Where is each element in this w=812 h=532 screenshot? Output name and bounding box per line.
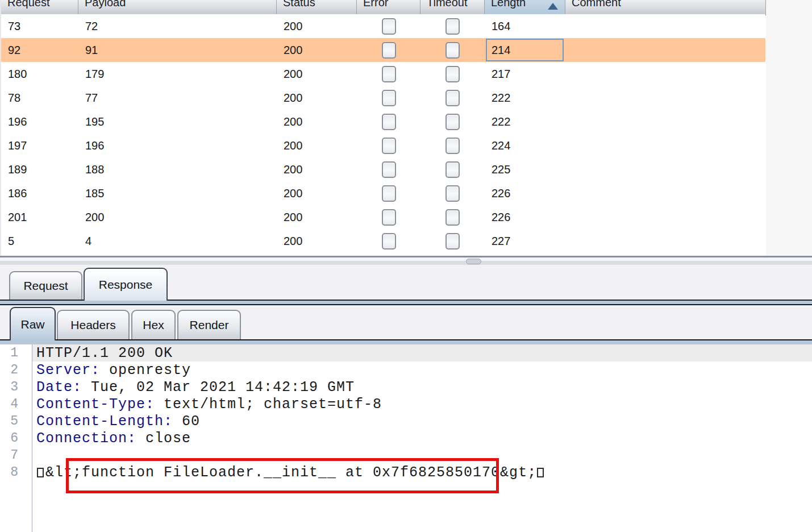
cell-request[interactable]: 201: [1, 205, 78, 229]
cell-status[interactable]: 200: [277, 157, 357, 181]
cell-comment[interactable]: [565, 110, 765, 134]
timeout-checkbox[interactable]: [445, 161, 460, 178]
cell-length[interactable]: 222: [485, 110, 565, 134]
error-checkbox[interactable]: [382, 42, 396, 59]
response-line[interactable]: 6Connection: close: [0, 430, 812, 447]
table-row[interactable]: 189188200225: [1, 157, 765, 181]
cell-request[interactable]: 196: [1, 110, 78, 134]
error-checkbox[interactable]: [382, 233, 396, 250]
column-header-payload[interactable]: Payload: [78, 0, 277, 14]
cell-status[interactable]: 200: [277, 62, 357, 86]
cell-status[interactable]: 200: [277, 14, 357, 38]
timeout-checkbox[interactable]: [445, 114, 460, 130]
timeout-checkbox[interactable]: [445, 42, 460, 59]
cell-comment[interactable]: [565, 38, 765, 62]
table-row[interactable]: 196195200222: [1, 110, 765, 134]
table-scrollbar-track[interactable]: [766, 0, 812, 256]
cell-status[interactable]: 200: [277, 229, 357, 253]
cell-request[interactable]: 186: [1, 181, 78, 205]
error-checkbox[interactable]: [382, 161, 396, 178]
response-line[interactable]: 5Content-Length: 60: [0, 413, 812, 430]
cell-payload[interactable]: 77: [78, 86, 277, 110]
table-row[interactable]: 54200227: [1, 229, 765, 253]
column-header-length[interactable]: Length: [485, 0, 565, 14]
splitter-grip[interactable]: [466, 259, 481, 264]
cell-status[interactable]: 200: [277, 86, 357, 110]
response-line[interactable]: 1HTTP/1.1 200 OK: [0, 344, 812, 361]
table-row[interactable]: 7877200222: [1, 86, 765, 110]
cell-length[interactable]: 226: [485, 181, 565, 205]
cell-request[interactable]: 189: [1, 157, 78, 181]
tab-headers[interactable]: Headers: [57, 310, 130, 339]
cell-comment[interactable]: [565, 14, 765, 38]
cell-status[interactable]: 200: [277, 205, 357, 229]
cell-request[interactable]: 73: [1, 14, 78, 38]
cell-payload[interactable]: 195: [78, 110, 277, 134]
cell-payload[interactable]: 188: [78, 157, 277, 181]
timeout-checkbox[interactable]: [445, 209, 460, 226]
timeout-checkbox[interactable]: [445, 233, 460, 250]
response-line[interactable]: 3Date: Tue, 02 Mar 2021 14:42:19 GMT: [0, 379, 812, 396]
table-row[interactable]: 180179200217: [1, 62, 765, 86]
cell-comment[interactable]: [565, 86, 765, 110]
cell-payload[interactable]: 185: [78, 181, 277, 205]
cell-length[interactable]: 214: [485, 38, 565, 62]
cell-payload[interactable]: 200: [78, 205, 277, 229]
table-row[interactable]: 197196200224: [1, 134, 765, 157]
cell-length[interactable]: 227: [485, 229, 565, 253]
tab-response[interactable]: Response: [84, 268, 168, 301]
response-editor[interactable]: 1HTTP/1.1 200 OK2Server: openresty3Date:…: [0, 344, 812, 532]
response-line[interactable]: 4Content-Type: text/html; charset=utf-8: [0, 396, 812, 413]
timeout-checkbox[interactable]: [445, 185, 460, 202]
cell-request[interactable]: 180: [1, 62, 78, 86]
table-row[interactable]: 7372200164: [1, 14, 765, 38]
error-checkbox[interactable]: [382, 138, 396, 154]
response-line[interactable]: 7: [0, 447, 812, 464]
cell-status[interactable]: 200: [277, 38, 357, 62]
column-header-error[interactable]: Error: [357, 0, 420, 14]
column-header-status[interactable]: Status: [277, 0, 357, 14]
cell-length[interactable]: 217: [485, 62, 565, 86]
tab-render[interactable]: Render: [177, 310, 241, 339]
error-checkbox[interactable]: [382, 114, 396, 130]
error-checkbox[interactable]: [382, 90, 396, 106]
error-checkbox[interactable]: [382, 66, 396, 82]
table-row[interactable]: 186185200226: [1, 181, 765, 205]
error-checkbox[interactable]: [382, 185, 396, 202]
cell-request[interactable]: 5: [1, 229, 78, 253]
splitter-bar[interactable]: [0, 261, 812, 265]
cell-comment[interactable]: [565, 134, 765, 157]
cell-status[interactable]: 200: [277, 181, 357, 205]
timeout-checkbox[interactable]: [445, 138, 460, 154]
cell-payload[interactable]: 179: [78, 62, 277, 86]
column-header-request[interactable]: Request: [1, 0, 78, 14]
timeout-checkbox[interactable]: [445, 66, 460, 82]
cell-request[interactable]: 78: [1, 86, 78, 110]
cell-length[interactable]: 226: [485, 205, 565, 229]
column-header-comment[interactable]: Comment: [565, 0, 765, 14]
table-row[interactable]: 201200200226: [1, 205, 765, 229]
timeout-checkbox[interactable]: [445, 18, 460, 35]
cell-length[interactable]: 225: [485, 157, 565, 181]
cell-status[interactable]: 200: [277, 110, 357, 134]
error-checkbox[interactable]: [382, 209, 396, 226]
table-row[interactable]: 9291200214: [1, 38, 765, 62]
cell-request[interactable]: 92: [1, 38, 78, 62]
tab-hex[interactable]: Hex: [131, 310, 176, 339]
tab-request[interactable]: Request: [9, 271, 82, 300]
cell-comment[interactable]: [565, 157, 765, 181]
cell-status[interactable]: 200: [277, 134, 357, 157]
timeout-checkbox[interactable]: [445, 90, 460, 106]
column-header-timeout[interactable]: Timeout: [420, 0, 485, 14]
cell-comment[interactable]: [565, 181, 765, 205]
cell-length[interactable]: 164: [485, 14, 565, 38]
tab-raw[interactable]: Raw: [10, 307, 56, 340]
cell-payload[interactable]: 72: [78, 14, 277, 38]
cell-comment[interactable]: [565, 62, 765, 86]
cell-payload[interactable]: 91: [78, 38, 277, 62]
response-line[interactable]: 2Server: openresty: [0, 361, 812, 379]
cell-payload[interactable]: 4: [78, 229, 277, 253]
error-checkbox[interactable]: [382, 18, 396, 35]
cell-length[interactable]: 224: [485, 134, 565, 157]
response-line[interactable]: 8&lt;function FileLoader.__init__ at 0x7…: [0, 464, 812, 481]
